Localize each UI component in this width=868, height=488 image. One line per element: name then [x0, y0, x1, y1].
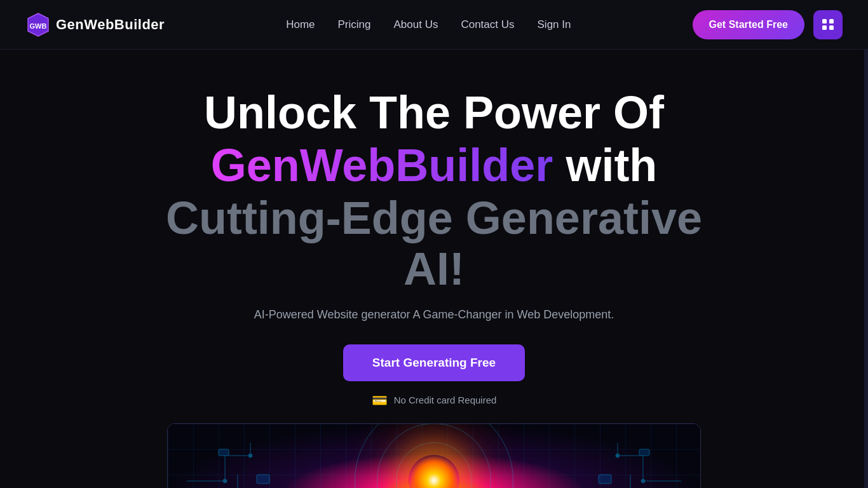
nav-home[interactable]: Home — [286, 18, 315, 30]
nav-right: Get Started Free — [693, 10, 843, 39]
svg-text:GWB: GWB — [30, 22, 47, 30]
nav-about[interactable]: About Us — [394, 18, 438, 30]
svg-rect-23 — [599, 475, 611, 484]
nav-signin[interactable]: Sign In — [538, 18, 571, 30]
svg-rect-22 — [639, 449, 649, 456]
nav-pricing[interactable]: Pricing — [338, 18, 371, 30]
logo[interactable]: GWB GenWebBuilder — [25, 12, 165, 37]
hero-title-line3: Cutting-Edge Generative AI! — [148, 193, 720, 294]
start-generating-button[interactable]: Start Generating Free — [343, 344, 525, 381]
hero-section: Unlock The Power Of GenWebBuilder with C… — [0, 50, 868, 488]
get-started-button[interactable]: Get Started Free — [693, 10, 804, 39]
logo-icon: GWB — [25, 12, 51, 37]
circuit-right-icon — [554, 437, 681, 488]
grid-icon — [822, 19, 834, 30]
svg-point-18 — [616, 454, 620, 458]
credit-card-icon: 💳 — [372, 393, 388, 408]
hero-title-brand: GenWebBuilder — [211, 140, 553, 191]
hero-subtitle: AI-Powered Website generator A Game-Chan… — [254, 308, 614, 322]
svg-point-17 — [641, 479, 645, 483]
no-credit-card-text: No Credit card Required — [394, 395, 497, 405]
svg-rect-11 — [219, 449, 229, 456]
svg-rect-12 — [257, 475, 269, 484]
grid-menu-button[interactable] — [813, 10, 843, 39]
hero-title: Unlock The Power Of GenWebBuilder with C… — [148, 88, 720, 294]
hero-title-line2: GenWebBuilder with — [148, 140, 720, 191]
navbar: GWB GenWebBuilder Home Pricing About Us … — [0, 0, 868, 50]
hero-title-line1: Unlock The Power Of — [204, 87, 664, 138]
nav-links: Home Pricing About Us Contact Us Sign In — [286, 18, 571, 31]
hero-preview-image — [167, 423, 701, 488]
hero-preview-bg — [168, 424, 700, 488]
nav-contact[interactable]: Contact Us — [461, 18, 514, 30]
no-credit-card-notice: 💳 No Credit card Required — [372, 393, 497, 408]
svg-point-7 — [248, 454, 252, 458]
logo-text: GenWebBuilder — [56, 17, 165, 33]
circuit-left-icon — [187, 437, 314, 488]
svg-point-6 — [223, 479, 227, 483]
hero-title-with: with — [553, 140, 657, 191]
